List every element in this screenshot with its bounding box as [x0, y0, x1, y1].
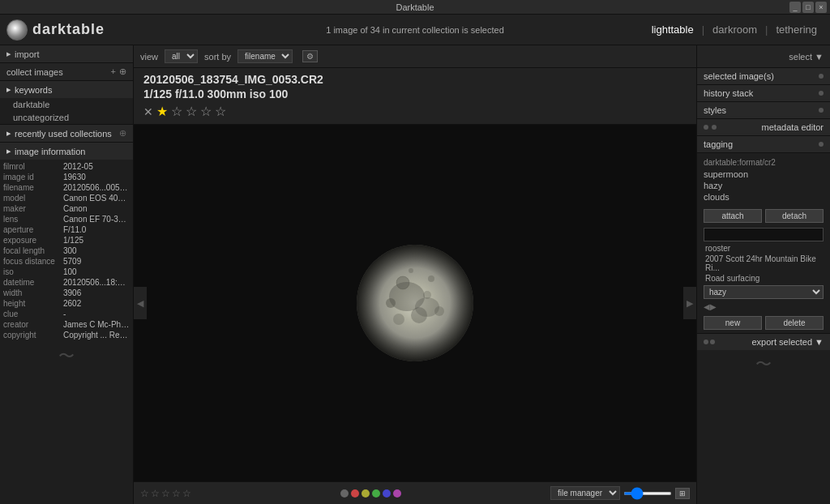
- nav-buttons: lighttable | darkroom | tethering: [647, 22, 822, 37]
- export-selected-button[interactable]: export selected ▼: [751, 337, 824, 347]
- minimize-button[interactable]: _: [789, 2, 801, 13]
- zoom-slider[interactable]: [623, 492, 672, 495]
- metadata-editor-label: metadata editor: [762, 122, 824, 132]
- exposure-label: exposure: [3, 236, 60, 245]
- recently-section: ▸ recently used collections ⊕: [0, 125, 133, 143]
- keyword-uncategorized[interactable]: uncategorized: [0, 111, 133, 124]
- clue-value: -: [63, 310, 66, 318]
- tag-search-input[interactable]: [704, 228, 824, 241]
- keywords-label: keywords: [15, 85, 52, 95]
- new-tag-button[interactable]: new: [704, 316, 762, 330]
- color-dot-red[interactable]: [351, 489, 359, 498]
- image-info-header[interactable]: ▸ image information: [0, 143, 133, 160]
- star-reject-button[interactable]: ✕: [143, 105, 153, 118]
- tag-hazy[interactable]: hazy: [704, 180, 824, 191]
- info-row-imageid: image id 19630: [3, 172, 130, 182]
- star-5-button[interactable]: ☆: [215, 104, 226, 119]
- bottom-star-4[interactable]: ☆: [172, 488, 181, 499]
- nav-sep2: |: [765, 23, 768, 36]
- styles-section: styles: [697, 102, 830, 119]
- select-dropdown-button[interactable]: select ▼: [789, 52, 824, 62]
- star-3-button[interactable]: ☆: [186, 104, 197, 119]
- history-stack-header[interactable]: history stack: [697, 85, 830, 101]
- maker-value: Canon: [63, 204, 87, 213]
- star-2-button[interactable]: ☆: [171, 104, 182, 119]
- keyword-darktable[interactable]: darktable: [0, 98, 133, 111]
- tag-dropdown[interactable]: hazy: [704, 285, 824, 299]
- maker-label: maker: [3, 204, 60, 213]
- next-image-button[interactable]: ▶: [683, 287, 696, 319]
- collect-images-section: collect images + ⊕: [0, 63, 133, 81]
- bottom-star-2[interactable]: ☆: [151, 488, 160, 499]
- suggestion-road[interactable]: Road surfacing: [704, 273, 824, 284]
- zoom-fit-button[interactable]: ⊞: [675, 488, 690, 499]
- focal-value: 300: [63, 246, 77, 255]
- view-select[interactable]: all: [165, 49, 198, 63]
- prev-image-button[interactable]: ◀: [134, 287, 147, 319]
- filmrol-label: filmrol: [3, 162, 60, 171]
- attach-button[interactable]: attach: [704, 209, 762, 223]
- bottom-star-1[interactable]: ☆: [140, 488, 149, 499]
- info-row-filename: filename 20120506...0053.CR2: [3, 182, 130, 193]
- keywords-header[interactable]: ▸ keywords: [0, 81, 133, 98]
- tag-supermoon[interactable]: supermoon: [704, 169, 824, 180]
- import-label: import: [15, 49, 40, 59]
- maximize-button[interactable]: □: [802, 2, 814, 13]
- selected-images-header[interactable]: selected image(s): [697, 68, 830, 84]
- exposure-value: 1/125: [63, 236, 83, 245]
- aperture-label: aperture: [3, 225, 60, 234]
- model-label: model: [3, 194, 60, 203]
- color-dot-blue[interactable]: [383, 489, 391, 498]
- sort-select[interactable]: filename: [237, 49, 293, 63]
- bottom-star-rating: ☆ ☆ ☆ ☆ ☆: [140, 488, 191, 499]
- recently-config-icon[interactable]: ⊕: [119, 128, 126, 139]
- nav-darkroom[interactable]: darkroom: [708, 22, 762, 37]
- export-section: export selected ▼: [697, 333, 830, 350]
- nav-lighttable[interactable]: lighttable: [647, 22, 699, 37]
- nav-tethering[interactable]: tethering: [771, 22, 822, 37]
- center-toolbar: view all sort by filename ⚙: [134, 45, 696, 68]
- topbar: darktable 1 image of 34 in current colle…: [0, 15, 830, 45]
- styles-header[interactable]: styles: [697, 102, 830, 118]
- creator-value: James C Mc-Pherson: [63, 320, 130, 329]
- new-delete-row: new delete: [697, 313, 830, 333]
- info-row-maker: maker Canon: [3, 203, 130, 214]
- color-dot-purple[interactable]: [393, 489, 401, 498]
- metadata-editor-section: metadata editor: [697, 119, 830, 136]
- datetime-value: 20120506...18:37:54: [63, 278, 130, 287]
- center-bottom-bar: ☆ ☆ ☆ ☆ ☆ file manager ⊞: [134, 481, 696, 504]
- info-row-model: model Canon EOS 400D ...: [3, 193, 130, 203]
- delete-tag-button[interactable]: delete: [765, 316, 824, 330]
- star-rating: ✕ ★ ☆ ☆ ☆ ☆: [143, 104, 687, 119]
- info-row-focal: focal length 300: [3, 246, 130, 256]
- star-1-button[interactable]: ★: [156, 104, 168, 119]
- metadata-editor-header[interactable]: metadata editor: [697, 119, 830, 135]
- color-dot-gray[interactable]: [340, 489, 349, 498]
- filename-label: filename: [3, 183, 60, 192]
- collect-icon-2[interactable]: ⊕: [119, 66, 126, 77]
- detach-button[interactable]: detach: [765, 209, 824, 223]
- focus-label: focus distance: [3, 257, 60, 266]
- bottom-star-5[interactable]: ☆: [182, 488, 191, 499]
- info-row-lens: lens Canon EF 70-300m ...: [3, 214, 130, 224]
- right-squiggle: 〜: [697, 350, 830, 378]
- tag-clouds[interactable]: clouds: [704, 191, 824, 203]
- file-manager-select[interactable]: file manager: [550, 486, 620, 500]
- suggestion-rooster[interactable]: rooster: [704, 243, 824, 254]
- app-name: darktable: [32, 21, 105, 38]
- width-label: width: [3, 288, 60, 297]
- recently-header[interactable]: ▸ recently used collections ⊕: [0, 125, 133, 142]
- toolbar-gear-button[interactable]: ⚙: [302, 50, 318, 62]
- star-4-button[interactable]: ☆: [200, 104, 212, 119]
- bottom-star-3[interactable]: ☆: [161, 488, 170, 499]
- color-dot-yellow[interactable]: [362, 489, 370, 498]
- collect-icon-1[interactable]: +: [111, 66, 116, 77]
- image-info-label: image information: [15, 147, 85, 156]
- tagging-header[interactable]: tagging: [697, 136, 830, 153]
- suggestion-scott[interactable]: 2007 Scott 24hr Mountain Bike Ri...: [704, 254, 824, 273]
- close-button[interactable]: ×: [815, 2, 827, 13]
- svg-point-11: [357, 245, 473, 361]
- import-section[interactable]: ▸ import: [0, 45, 133, 63]
- color-labels: [340, 489, 401, 498]
- color-dot-green[interactable]: [372, 489, 380, 498]
